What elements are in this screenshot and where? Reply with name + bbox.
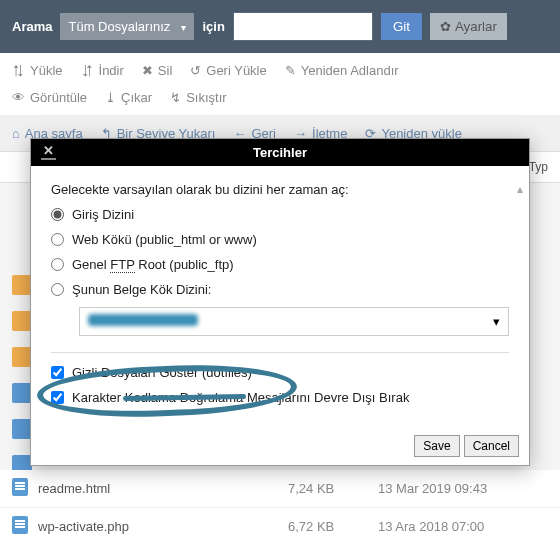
extract-icon: ⤓ bbox=[105, 90, 116, 105]
save-button[interactable]: Save bbox=[414, 435, 459, 457]
dialog-title: Tercihler bbox=[253, 145, 307, 160]
upload-icon: ⮁ bbox=[12, 63, 25, 78]
folder-icon bbox=[12, 311, 32, 331]
close-icon[interactable]: ✕ bbox=[41, 143, 56, 160]
file-name: readme.html bbox=[38, 481, 288, 496]
view-button[interactable]: 👁Görüntüle bbox=[12, 90, 87, 105]
dialog-intro: Gelecekte varsayılan olarak bu dizini he… bbox=[51, 182, 509, 197]
docroot-select[interactable]: ▾ bbox=[79, 307, 509, 336]
home-icon: ⌂ bbox=[12, 126, 20, 141]
divider bbox=[51, 352, 509, 353]
rename-icon: ✎ bbox=[285, 63, 296, 78]
preferences-dialog: ✕ Tercihler ▴ Gelecekte varsayılan olara… bbox=[30, 138, 530, 466]
file-name: wp-activate.php bbox=[38, 519, 288, 534]
delete-button[interactable]: ✖Sil bbox=[142, 63, 172, 78]
radio-ftp-root[interactable]: Genel FTP Root (public_ftp) bbox=[51, 257, 509, 272]
restore-button[interactable]: ↺Geri Yükle bbox=[190, 63, 266, 78]
checkbox-input[interactable] bbox=[51, 391, 64, 404]
radio-home-dir[interactable]: Giriş Dizini bbox=[51, 207, 509, 222]
rename-button[interactable]: ✎Yeniden Adlandır bbox=[285, 63, 399, 78]
file-size: 6,72 KB bbox=[288, 519, 378, 534]
table-row[interactable]: readme.html 7,24 KB 13 Mar 2019 09:43 bbox=[0, 470, 560, 508]
compress-icon: ↯ bbox=[170, 90, 181, 105]
search-bar: Arama Tüm Dosyalarınız için Git ✿ Ayarla… bbox=[0, 0, 560, 53]
dialog-titlebar: ✕ Tercihler bbox=[31, 139, 529, 166]
extract-button[interactable]: ⤓Çıkar bbox=[105, 90, 152, 105]
file-icon bbox=[12, 383, 32, 403]
file-rows-behind-modal bbox=[12, 275, 32, 475]
dialog-footer: Save Cancel bbox=[31, 427, 529, 465]
restore-icon: ↺ bbox=[190, 63, 201, 78]
view-icon: 👁 bbox=[12, 90, 25, 105]
go-button[interactable]: Git bbox=[381, 13, 422, 40]
upload-button[interactable]: ⮁Yükle bbox=[12, 63, 63, 78]
search-input[interactable] bbox=[233, 12, 373, 41]
table-row[interactable]: wp-activate.php 6,72 KB 13 Ara 2018 07:0… bbox=[0, 508, 560, 542]
radio-input[interactable] bbox=[51, 208, 64, 221]
cancel-button[interactable]: Cancel bbox=[464, 435, 519, 457]
for-label: için bbox=[202, 19, 224, 34]
download-icon: ⮃ bbox=[81, 63, 94, 78]
delete-icon: ✖ bbox=[142, 63, 153, 78]
select-value-redacted bbox=[88, 314, 198, 326]
chevron-down-icon: ▾ bbox=[493, 314, 500, 329]
radio-doc-root[interactable]: Şunun Belge Kök Dizini: bbox=[51, 282, 509, 297]
file-icon bbox=[12, 419, 32, 439]
checkbox-disable-encoding-check[interactable]: Karakter Kodlama Doğrulama Mesajlarını D… bbox=[51, 390, 509, 405]
search-label: Arama bbox=[12, 19, 52, 34]
column-type[interactable]: Typ bbox=[529, 160, 548, 174]
radio-input[interactable] bbox=[51, 283, 64, 296]
file-icon bbox=[12, 478, 28, 496]
radio-input[interactable] bbox=[51, 258, 64, 271]
radio-web-root[interactable]: Web Kökü (public_html or www) bbox=[51, 232, 509, 247]
file-icon bbox=[12, 516, 28, 534]
file-date: 13 Ara 2018 07:00 bbox=[378, 519, 548, 534]
scope-dropdown[interactable]: Tüm Dosyalarınız bbox=[60, 13, 194, 40]
file-size: 7,24 KB bbox=[288, 481, 378, 496]
toolbar: ⮁Yükle ⮃İndir ✖Sil ↺Geri Yükle ✎Yeniden … bbox=[0, 53, 560, 116]
checkbox-show-dotfiles[interactable]: Gizli Dosyaları Göster (dotfiles) bbox=[51, 365, 509, 380]
file-date: 13 Mar 2019 09:43 bbox=[378, 481, 548, 496]
scroll-up-icon[interactable]: ▴ bbox=[517, 182, 523, 196]
file-rows-visible: readme.html 7,24 KB 13 Mar 2019 09:43 wp… bbox=[0, 470, 560, 542]
folder-icon bbox=[12, 275, 32, 295]
folder-icon bbox=[12, 347, 32, 367]
settings-button[interactable]: ✿ Ayarlar bbox=[430, 13, 507, 40]
gear-icon: ✿ bbox=[440, 19, 451, 34]
download-button[interactable]: ⮃İndir bbox=[81, 63, 124, 78]
checkbox-input[interactable] bbox=[51, 366, 64, 379]
compress-button[interactable]: ↯Sıkıştır bbox=[170, 90, 226, 105]
radio-input[interactable] bbox=[51, 233, 64, 246]
scope-dropdown-wrap: Tüm Dosyalarınız bbox=[60, 13, 194, 40]
